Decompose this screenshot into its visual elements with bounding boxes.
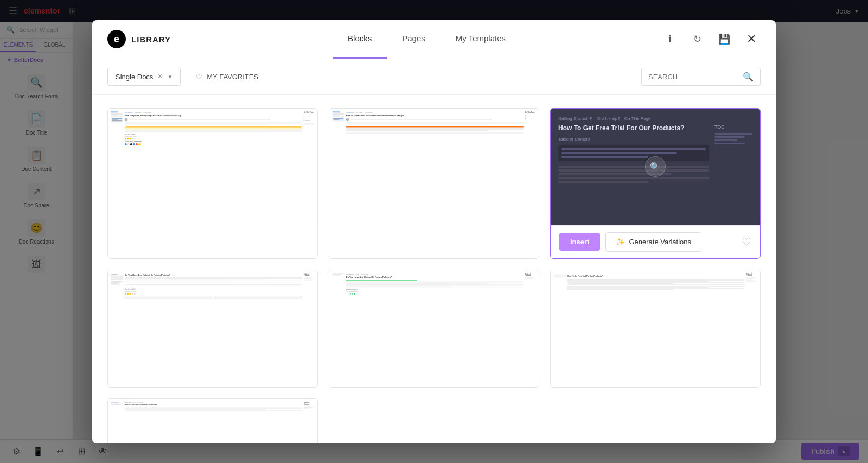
template-card-5[interactable]: Getting Started·Help·On This Page Do You… [329, 270, 539, 388]
tab-my-templates[interactable]: My Templates [441, 20, 521, 59]
modal-logo: e LIBRARY [107, 30, 171, 48]
template-card-4[interactable]: A Overview Do You Have Any Refund Or Ret… [107, 270, 318, 388]
generate-variations-button[interactable]: ✨ Generate Variations [605, 232, 701, 252]
close-button[interactable]: ✕ [742, 30, 761, 48]
template-card-7[interactable]: Getting Started ▼ Getting Started·Help·O… [107, 398, 318, 443]
library-modal: e LIBRARY Blocks Pages My Templates ℹ ↻ … [92, 20, 776, 443]
modal-logo-text: LIBRARY [131, 35, 171, 44]
favorite-heart-button[interactable]: ♡ [742, 236, 751, 249]
save-button[interactable]: 💾 [715, 30, 733, 48]
template-actions-3: Insert ✨ Generate Variations ♡ [551, 225, 760, 258]
tab-blocks[interactable]: Blocks [333, 20, 387, 59]
category-dropdown[interactable]: Single Docs ✕ ▼ [107, 68, 181, 86]
favorites-button[interactable]: ♡ MY FAVORITES [189, 68, 265, 85]
search-icon: 🔍 [743, 72, 754, 82]
info-button[interactable]: ℹ [661, 30, 679, 48]
template-preview-6: Getting Started ▼ Getting Started·Help·O… [551, 270, 760, 387]
template-card-1[interactable]: Getting Started ·Did It Help? ·On This P… [107, 108, 318, 259]
heart-icon: ♡ [196, 73, 202, 81]
template-preview-2: Getting Started ·Did It Help? ·On This P… [329, 109, 539, 225]
template-preview-7: Getting Started ▼ Getting Started·Help·O… [108, 399, 317, 443]
modal-header-actions: ℹ ↻ 💾 ✕ [661, 30, 761, 48]
dropdown-arrow-icon: ▼ [167, 74, 173, 80]
template-preview-1: Getting Started ·Did It Help? ·On This P… [108, 109, 317, 225]
template-card-6[interactable]: Getting Started ▼ Getting Started·Help·O… [550, 270, 761, 388]
search-input[interactable] [648, 73, 738, 81]
dropdown-clear-icon: ✕ [157, 73, 163, 80]
search-container: 🔍 [641, 68, 761, 86]
template-preview-4: A Overview Do You Have Any Refund Or Ret… [108, 270, 317, 387]
tab-pages[interactable]: Pages [387, 20, 441, 59]
template-card-2[interactable]: Getting Started ·Did It Help? ·On This P… [329, 108, 539, 259]
modal-toolbar: Single Docs ✕ ▼ ♡ MY FAVORITES 🔍 [92, 59, 776, 95]
favorites-label: MY FAVORITES [207, 73, 258, 81]
sparkle-icon: ✨ [616, 238, 625, 246]
template-preview-3: Getting Started ▼ Did It Help? On This P… [551, 109, 760, 225]
template-card-3[interactable]: Getting Started ▼ Did It Help? On This P… [550, 108, 761, 259]
refresh-button[interactable]: ↻ [688, 30, 706, 48]
modal-body: Getting Started ·Did It Help? ·On This P… [92, 95, 776, 443]
dropdown-label: Single Docs [116, 73, 153, 81]
template-preview-5: Getting Started·Help·On This Page Do You… [329, 270, 539, 387]
modal-overlay[interactable]: e LIBRARY Blocks Pages My Templates ℹ ↻ … [0, 0, 868, 463]
modal-logo-icon: e [107, 30, 126, 48]
templates-grid: Getting Started ·Did It Help? ·On This P… [107, 108, 761, 443]
insert-button[interactable]: Insert [559, 233, 600, 251]
modal-header: e LIBRARY Blocks Pages My Templates ℹ ↻ … [92, 20, 776, 59]
modal-tabs: Blocks Pages My Templates [193, 20, 661, 59]
